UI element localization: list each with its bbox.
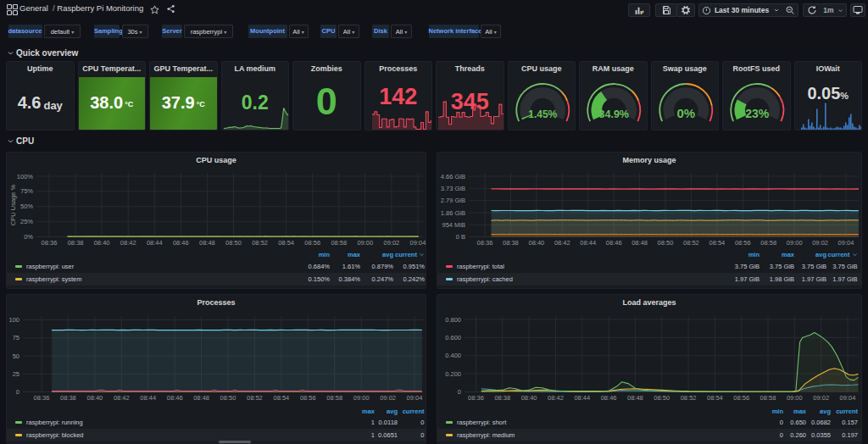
svg-text:08:44: 08:44	[140, 394, 156, 402]
svg-text:0%: 0%	[24, 233, 33, 241]
svg-text:2.79 GiB: 2.79 GiB	[441, 197, 465, 204]
svg-text:08:42: 08:42	[554, 239, 570, 247]
svg-text:08:38: 08:38	[503, 239, 519, 247]
svg-text:08:42: 08:42	[120, 239, 136, 247]
svg-text:0: 0	[16, 388, 19, 396]
svg-text:08:58: 08:58	[760, 394, 776, 402]
svg-text:08:48: 08:48	[193, 394, 209, 402]
svg-text:75%: 75%	[20, 187, 33, 195]
svg-text:09:00: 09:00	[353, 394, 370, 402]
svg-text:08:46: 08:46	[606, 239, 622, 247]
svg-text:08:52: 08:52	[252, 239, 268, 247]
svg-text:50: 50	[13, 352, 19, 360]
svg-text:23%: 23%	[745, 107, 770, 120]
svg-text:08:52: 08:52	[681, 394, 697, 402]
svg-text:954 MiB: 954 MiB	[442, 221, 465, 229]
svg-text:08:42: 08:42	[114, 394, 130, 402]
svg-text:08:46: 08:46	[601, 394, 617, 402]
svg-text:08:58: 08:58	[331, 239, 347, 247]
svg-text:08:56: 08:56	[300, 394, 316, 402]
svg-text:08:56: 08:56	[735, 239, 751, 247]
svg-text:08:40: 08:40	[529, 239, 545, 247]
svg-text:09:04: 09:04	[840, 394, 856, 402]
svg-text:08:40: 08:40	[521, 394, 537, 402]
svg-text:08:38: 08:38	[68, 239, 84, 247]
svg-text:08:50: 08:50	[658, 239, 674, 247]
svg-text:09:04: 09:04	[407, 394, 423, 402]
svg-text:08:50: 08:50	[654, 394, 670, 402]
svg-text:3.73 GiB: 3.73 GiB	[441, 185, 465, 192]
svg-text:0.400: 0.400	[445, 352, 461, 359]
svg-text:09:02: 09:02	[812, 239, 828, 247]
svg-text:50%: 50%	[20, 203, 33, 210]
svg-text:100%: 100%	[17, 173, 34, 180]
svg-text:08:56: 08:56	[304, 239, 320, 247]
svg-text:08:40: 08:40	[87, 394, 103, 402]
svg-text:08:58: 08:58	[326, 394, 342, 402]
svg-text:0.800: 0.800	[445, 316, 461, 324]
svg-text:09:00: 09:00	[787, 394, 803, 402]
svg-text:08:46: 08:46	[173, 239, 189, 247]
svg-text:08:56: 08:56	[733, 394, 749, 402]
svg-text:0.200: 0.200	[445, 370, 461, 378]
svg-text:08:54: 08:54	[707, 394, 723, 402]
svg-text:4.66 GiB: 4.66 GiB	[441, 173, 465, 180]
svg-text:09:00: 09:00	[787, 239, 803, 247]
svg-text:0: 0	[458, 388, 461, 396]
svg-text:0 B: 0 B	[456, 233, 465, 241]
svg-text:08:36: 08:36	[468, 394, 484, 402]
svg-text:100: 100	[8, 316, 19, 324]
svg-text:08:52: 08:52	[247, 394, 263, 402]
svg-text:08:54: 08:54	[709, 239, 726, 247]
svg-text:08:54: 08:54	[274, 394, 290, 402]
svg-text:08:46: 08:46	[167, 394, 183, 402]
svg-text:0.600: 0.600	[445, 334, 461, 341]
svg-text:08:58: 08:58	[760, 239, 776, 247]
svg-text:08:36: 08:36	[34, 394, 50, 402]
svg-text:08:48: 08:48	[632, 239, 648, 247]
svg-text:08:50: 08:50	[225, 239, 242, 247]
svg-text:08:48: 08:48	[199, 239, 215, 247]
svg-text:09:04: 09:04	[838, 239, 854, 247]
svg-text:1.45%: 1.45%	[528, 108, 557, 120]
svg-text:09:02: 09:02	[380, 394, 396, 402]
svg-text:25%: 25%	[20, 218, 33, 225]
svg-text:CPU Usage %: CPU Usage %	[9, 184, 17, 225]
svg-text:09:04: 09:04	[410, 239, 426, 247]
svg-text:08:44: 08:44	[574, 394, 590, 402]
svg-text:09:02: 09:02	[813, 394, 829, 402]
svg-text:08:36: 08:36	[42, 239, 58, 247]
svg-text:08:52: 08:52	[683, 239, 699, 247]
svg-text:08:40: 08:40	[94, 239, 110, 247]
svg-text:08:48: 08:48	[627, 394, 643, 402]
svg-text:08:44: 08:44	[580, 239, 596, 247]
svg-text:25: 25	[13, 370, 19, 378]
svg-text:0%: 0%	[676, 106, 695, 120]
svg-text:08:50: 08:50	[220, 394, 236, 402]
svg-text:08:36: 08:36	[477, 239, 493, 247]
svg-text:08:44: 08:44	[147, 239, 163, 247]
svg-text:08:38: 08:38	[494, 394, 510, 402]
svg-text:1.86 GiB: 1.86 GiB	[441, 209, 465, 217]
svg-text:09:00: 09:00	[357, 239, 373, 247]
svg-text:08:38: 08:38	[60, 394, 76, 402]
svg-text:34.9%: 34.9%	[599, 108, 629, 120]
svg-text:08:54: 08:54	[278, 239, 294, 247]
svg-text:08:42: 08:42	[548, 394, 564, 402]
svg-text:09:02: 09:02	[384, 239, 400, 247]
svg-text:75: 75	[13, 334, 19, 341]
